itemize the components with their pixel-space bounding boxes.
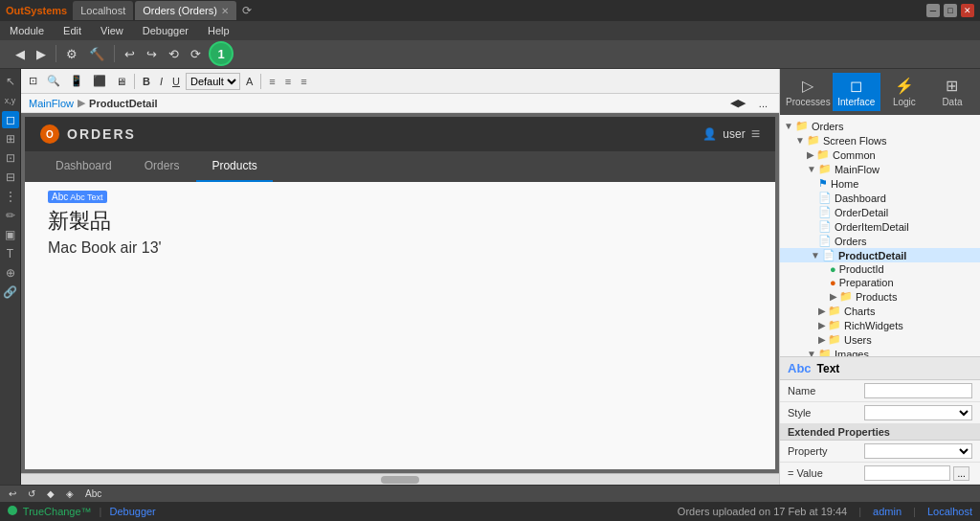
sidebar-icon-8[interactable]: T xyxy=(2,245,19,262)
font-select[interactable]: Default xyxy=(186,73,240,90)
prop-name-input[interactable] xyxy=(864,383,972,398)
align-right-button[interactable]: ≡ xyxy=(297,74,310,89)
align-center-button[interactable]: ≡ xyxy=(281,74,295,89)
redo-button[interactable]: ↪ xyxy=(143,45,161,63)
zoom-in-button[interactable]: 🔍 xyxy=(43,73,64,89)
tree-dashboard[interactable]: 📄 Dashboard xyxy=(780,191,980,205)
tree-charts[interactable]: ▶ 📁 Charts xyxy=(780,304,980,318)
back-button[interactable]: ◀ xyxy=(11,45,29,63)
nav-orders[interactable]: Orders xyxy=(129,151,195,182)
tree-common[interactable]: ▶ 📁 Common xyxy=(780,147,980,162)
server-link[interactable]: Localhost xyxy=(927,506,972,517)
tree-preparation[interactable]: ● Preparation xyxy=(780,276,980,289)
menu-module[interactable]: Module xyxy=(6,23,48,38)
tree-orderitemdetail[interactable]: 📄 OrderItemDetail xyxy=(780,219,980,234)
breadcrumb-expand-button[interactable]: ◀▶ xyxy=(726,95,749,111)
device-mobile-button[interactable]: 📱 xyxy=(66,73,87,89)
bottom-undo-button[interactable]: ↩ xyxy=(6,487,19,500)
tree-orderdetail[interactable]: 📄 OrderDetail xyxy=(780,205,980,219)
logic-button[interactable]: ⚡ Logic xyxy=(880,73,928,111)
sidebar-icon-5[interactable]: ⋮ xyxy=(2,188,19,205)
prop-style-select[interactable] xyxy=(864,405,972,420)
tab-close-icon[interactable]: ✕ xyxy=(221,6,229,16)
nav-products[interactable]: Products xyxy=(196,151,272,182)
bottom-diamond2-button[interactable]: ◈ xyxy=(63,487,77,500)
orders-logo-icon: O xyxy=(40,125,59,144)
sidebar-icon-3[interactable]: ⊡ xyxy=(2,149,19,167)
user-icon: 👤 xyxy=(702,127,717,141)
tree-products[interactable]: ▶ 📁 Products xyxy=(780,289,980,304)
sidebar-icon-xy[interactable]: x,y xyxy=(2,92,19,109)
processes-button[interactable]: ▷ Processes xyxy=(784,73,833,111)
tree-productid[interactable]: ● ProductId xyxy=(780,262,980,276)
toolbar-btn-4[interactable]: ⟳ xyxy=(187,45,205,63)
text-widget[interactable]: Abc Abc Text 新製品 Mac Book air 13' xyxy=(48,190,162,257)
bottom-redo-button[interactable]: ↺ xyxy=(25,487,38,500)
nav-dashboard[interactable]: Dashboard xyxy=(40,151,127,182)
minimize-button[interactable]: ─ xyxy=(926,4,940,17)
tree-images[interactable]: ▼ 📁 Images xyxy=(780,347,980,356)
tree-home[interactable]: ⚑ Home xyxy=(780,176,980,191)
underline-button[interactable]: U xyxy=(168,74,184,89)
bold-button[interactable]: B xyxy=(139,74,154,89)
bottom-diamond-button[interactable]: ◆ xyxy=(44,487,57,500)
italic-button[interactable]: I xyxy=(156,74,167,89)
sidebar-icon-10[interactable]: 🔗 xyxy=(2,283,19,301)
device-desktop-button[interactable]: 🖥 xyxy=(112,74,130,89)
menu-debugger[interactable]: Debugger xyxy=(139,23,192,38)
horizontal-scrollbar[interactable] xyxy=(21,473,779,485)
page-content: Abc Abc Text 新製品 Mac Book air 13' xyxy=(25,182,775,469)
admin-link[interactable]: admin xyxy=(873,506,902,517)
maximize-button[interactable]: □ xyxy=(944,4,957,17)
device-tablet-button[interactable]: ⬛ xyxy=(89,73,110,89)
product-title: 新製品 xyxy=(48,207,162,236)
sidebar-icon-6[interactable]: ✏ xyxy=(2,207,19,224)
interface-button[interactable]: ◻ Interface xyxy=(833,73,880,111)
settings-button[interactable]: ⚙ xyxy=(62,45,81,63)
orderdetail-icon: 📄 xyxy=(818,206,832,218)
hamburger-icon[interactable]: ≡ xyxy=(751,125,760,143)
tree-root-icon: 📁 xyxy=(795,120,809,132)
align-left-button[interactable]: ≡ xyxy=(265,74,278,89)
tab-localhost[interactable]: Localhost xyxy=(73,1,133,20)
prop-value-input[interactable] xyxy=(864,465,950,481)
tree-users[interactable]: ▶ 📁 Users xyxy=(780,332,980,347)
close-button[interactable]: ✕ xyxy=(961,4,974,17)
sidebar-icon-4[interactable]: ⊟ xyxy=(2,169,19,186)
build-button[interactable]: 🔨 xyxy=(85,45,108,63)
tree-screen-flows[interactable]: ▼ 📁 Screen Flows xyxy=(780,133,980,147)
undo-button[interactable]: ↩ xyxy=(121,45,139,63)
tree-productdetail[interactable]: ▼ 📄 ProductDetail xyxy=(780,248,980,262)
prop-property-select[interactable] xyxy=(864,443,972,459)
menu-view[interactable]: View xyxy=(97,23,127,38)
tree-mainflow[interactable]: ▼ 📁 MainFlow xyxy=(780,162,980,176)
prop-style-label: Style xyxy=(788,407,864,419)
breadcrumb-more-button[interactable]: ... xyxy=(755,95,771,111)
sidebar-icon-layout[interactable]: ⊞ xyxy=(2,130,19,147)
tab-orders[interactable]: Orders (Orders) ✕ xyxy=(135,1,236,20)
zoom-fit-button[interactable]: ⊡ xyxy=(25,73,41,89)
productdetail-icon: 📄 xyxy=(822,249,835,261)
menu-edit[interactable]: Edit xyxy=(59,23,85,38)
breadcrumb-mainflow[interactable]: MainFlow xyxy=(29,98,74,109)
sidebar-icon-widget[interactable]: ◻ xyxy=(2,111,19,128)
menu-help[interactable]: Help xyxy=(204,23,234,38)
tree-richwidgets[interactable]: ▶ 📁 RichWidgets xyxy=(780,318,980,332)
images-arrow: ▼ xyxy=(807,349,816,356)
bottom-abc-button[interactable]: Abc xyxy=(82,487,104,500)
truechange-label[interactable]: TrueChange™ xyxy=(8,506,92,517)
tree-orders[interactable]: 📄 Orders xyxy=(780,234,980,248)
sidebar-icon-cursor[interactable]: ↖ xyxy=(2,73,19,90)
toolbar-btn-3[interactable]: ⟲ xyxy=(165,45,183,63)
refresh-icon[interactable]: ⟳ xyxy=(242,4,252,17)
debugger-label[interactable]: Debugger xyxy=(109,506,155,517)
font-icon-button[interactable]: A xyxy=(242,74,256,89)
dashboard-icon: 📄 xyxy=(818,192,832,204)
forward-button[interactable]: ▶ xyxy=(33,45,50,63)
prop-value-more-button[interactable]: ... xyxy=(953,466,969,481)
sidebar-icon-7[interactable]: ▣ xyxy=(2,226,19,243)
h-scroll-thumb[interactable] xyxy=(381,476,419,484)
sidebar-icon-9[interactable]: ⊕ xyxy=(2,264,19,282)
data-button[interactable]: ⊞ Data xyxy=(928,73,976,111)
tree-root[interactable]: ▼ 📁 Orders xyxy=(780,119,980,133)
